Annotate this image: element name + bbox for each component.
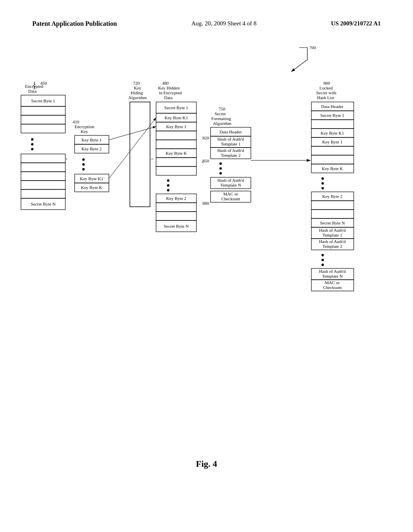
svg-rect-57 [156,166,196,175]
svg-point-59 [167,184,169,187]
svg-text:Secret Byte 1: Secret Byte 1 [31,98,55,103]
svg-text:+: + [201,160,204,164]
svg-point-30 [82,163,85,166]
svg-text:Key Byte K: Key Byte K [322,166,343,171]
svg-text:Data Header: Data Header [219,129,242,134]
svg-rect-11 [21,124,65,133]
svg-text:700: 700 [309,45,316,50]
svg-point-84 [219,162,222,165]
svg-rect-117 [311,201,354,210]
svg-text:720: 720 [133,81,140,85]
diagram-svg: text { font-family: 'Times New Roman', T… [13,35,400,459]
svg-text:410: 410 [73,119,79,124]
svg-text:Hash of Auth'd: Hash of Auth'd [319,269,346,274]
svg-text:Key Byte 2: Key Byte 2 [81,146,102,151]
svg-text:Secret Byte N: Secret Byte N [164,224,189,229]
svg-text:Key Byte K1: Key Byte K1 [321,131,344,135]
svg-rect-9 [21,106,65,115]
header: Patent Application Publication Aug. 20, … [0,0,413,31]
svg-point-114 [321,187,324,189]
svg-rect-64 [156,212,196,220]
page: Patent Application Publication Aug. 20, … [0,0,413,532]
svg-rect-17 [21,172,65,181]
svg-rect-16 [21,163,65,172]
svg-text:Template N: Template N [322,274,343,278]
svg-text:Hash List: Hash List [317,95,334,100]
svg-rect-52 [156,131,196,140]
svg-text:Hash of Auth'd: Hash of Auth'd [217,137,244,141]
svg-text:Locked: Locked [319,85,333,90]
svg-text:Key: Key [134,85,142,90]
svg-text:Hiding: Hiding [131,90,143,95]
svg-text:Template 2: Template 2 [322,244,342,249]
svg-text:Secret: Secret [215,111,225,116]
svg-text:Hash of Auth'd: Hash of Auth'd [217,178,244,183]
svg-text:Formatting: Formatting [211,116,231,121]
figure-label: Fig. 4 [0,459,413,477]
svg-text:Key Byte 1: Key Byte 1 [166,124,186,129]
svg-text:Checksum: Checksum [323,285,342,290]
svg-text:Hash of Auth'd: Hash of Auth'd [319,228,346,233]
svg-text:Template 1: Template 1 [221,141,240,146]
svg-rect-10 [21,115,65,124]
svg-text:800: 800 [323,81,330,85]
svg-point-58 [167,179,169,182]
svg-text:Secret Byte 1: Secret Byte 1 [320,113,344,118]
svg-text:Key Byte K1: Key Byte K1 [80,176,103,181]
svg-text:in Encrypted: in Encrypted [159,90,182,95]
svg-text:Template 2: Template 2 [221,153,240,158]
svg-text:Secret Byte N: Secret Byte N [320,220,345,225]
svg-text:480: 480 [162,81,169,85]
svg-text:Data Header: Data Header [321,104,344,109]
svg-text:820: 820 [202,135,209,140]
svg-text:Hash of Auth'd: Hash of Auth'd [217,148,244,153]
header-center: Aug. 20, 2009 Sheet 4 of 8 [191,20,257,27]
svg-rect-18 [21,181,65,189]
svg-text:Secret Byte 1: Secret Byte 1 [164,105,188,110]
svg-point-113 [321,182,324,185]
svg-rect-56 [156,158,196,166]
svg-text:MAC or: MAC or [325,280,340,285]
svg-rect-118 [311,210,354,218]
svg-text:Checksum: Checksum [221,196,240,201]
svg-text:Secret Byte N: Secret Byte N [31,202,56,206]
svg-rect-41 [130,102,150,207]
svg-text:MAC or: MAC or [223,191,238,196]
diagram-container: text { font-family: 'Times New Roman', T… [13,35,400,459]
svg-rect-103 [311,120,354,129]
svg-text:=: = [151,156,153,161]
svg-text:Key Byte 2: Key Byte 2 [166,196,186,201]
svg-text:Template 1: Template 1 [322,233,342,237]
svg-rect-19 [21,189,65,198]
svg-point-13 [31,143,33,145]
svg-rect-108 [311,146,354,155]
header-right: US 2009/210722 A1 [331,20,381,27]
svg-text:Data: Data [164,95,173,100]
svg-text:Secret with: Secret with [316,90,336,95]
svg-point-112 [321,177,324,180]
svg-text:Hash of Auth'd: Hash of Auth'd [319,239,346,244]
svg-point-29 [82,158,85,161]
svg-text:Key: Key [81,129,88,134]
svg-point-86 [219,172,222,175]
svg-text:Encryption: Encryption [75,124,94,129]
svg-rect-109 [311,155,354,164]
svg-point-31 [82,168,85,170]
svg-point-60 [167,189,169,191]
svg-point-14 [31,148,33,150]
svg-text:750: 750 [219,106,225,111]
svg-text:Key Byte 1: Key Byte 1 [322,139,342,144]
svg-point-128 [321,259,324,261]
svg-text:880: 880 [202,201,209,206]
svg-text:Key Byte 1: Key Byte 1 [81,137,102,142]
svg-text:Algorithm: Algorithm [213,121,232,126]
svg-rect-15 [21,154,65,163]
svg-line-3 [291,60,307,72]
svg-text:Key Byte K: Key Byte K [166,151,187,156]
svg-point-85 [219,167,222,170]
svg-point-127 [321,254,324,256]
svg-rect-63 [156,203,196,212]
svg-text:Algorithm: Algorithm [128,95,147,100]
svg-text:Key Hidden: Key Hidden [158,85,180,90]
svg-point-129 [321,264,324,266]
